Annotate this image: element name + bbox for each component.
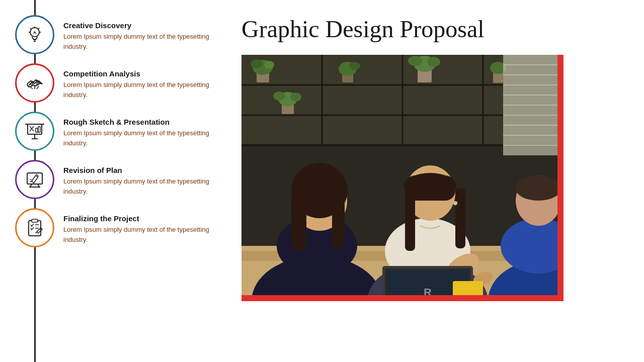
timeline-item-finalizing: Finalizing the Project Lorem Ipsum simpl… [15, 208, 231, 247]
page-title: Graphic Design Proposal [242, 15, 629, 43]
svg-rect-25 [29, 221, 41, 236]
item-text-rough-sketch: Rough Sketch & Presentation Lorem Ipsum … [63, 112, 231, 148]
svg-point-48 [408, 56, 422, 66]
svg-rect-18 [27, 173, 42, 184]
item-title-creative-discovery: Creative Discovery [63, 21, 231, 30]
right-panel: Graphic Design Proposal [231, 0, 644, 362]
svg-rect-93 [557, 55, 564, 301]
handshake-icon [25, 73, 45, 93]
svg-line-4 [30, 28, 31, 29]
item-title-rough-sketch: Rough Sketch & Presentation [63, 118, 231, 126]
svg-point-45 [349, 62, 360, 70]
timeline-item-competition-analysis: Competition Analysis Lorem Ipsum simply … [15, 63, 231, 103]
svg-point-87 [515, 175, 561, 201]
item-text-competition-analysis: Competition Analysis Lorem Ipsum simply … [63, 63, 231, 100]
svg-rect-81 [455, 188, 465, 248]
timeline-items: Creative Discovery Lorem Ipsum simply du… [15, 10, 231, 256]
svg-point-42 [264, 61, 274, 69]
svg-rect-15 [36, 128, 38, 132]
item-text-finalizing: Finalizing the Project Lorem Ipsum simpl… [63, 208, 231, 244]
svg-line-5 [39, 28, 40, 29]
item-text-creative-discovery: Creative Discovery Lorem Ipsum simply du… [63, 15, 231, 51]
lightbulb-icon [25, 25, 45, 45]
svg-point-82 [404, 173, 456, 198]
svg-line-29 [36, 232, 37, 233]
icon-circle-rough-sketch [15, 112, 54, 151]
svg-rect-80 [405, 186, 415, 251]
left-panel: Creative Discovery Lorem Ipsum simply du… [0, 0, 231, 362]
timeline-item-rough-sketch: Rough Sketch & Presentation Lorem Ipsum … [15, 112, 231, 151]
svg-point-49 [427, 57, 440, 67]
svg-rect-26 [32, 219, 38, 222]
office-photo: R [242, 55, 564, 301]
item-desc-rough-sketch: Lorem Ipsum simply dummy text of the typ… [63, 128, 231, 148]
icon-circle-creative-discovery [15, 15, 54, 54]
item-title-competition-analysis: Competition Analysis [63, 69, 231, 78]
item-desc-competition-analysis: Lorem Ipsum simply dummy text of the typ… [63, 80, 231, 100]
checklist-icon [25, 218, 45, 238]
item-text-revision: Revision of Plan Lorem Ipsum simply dumm… [63, 160, 231, 196]
svg-rect-94 [242, 295, 557, 301]
svg-rect-73 [332, 193, 345, 248]
timeline-item-creative-discovery: Creative Discovery Lorem Ipsum simply du… [15, 15, 231, 54]
svg-point-8 [31, 83, 33, 85]
icon-circle-competition-analysis [15, 63, 54, 103]
image-container: R [242, 55, 564, 301]
icon-circle-revision [15, 160, 54, 199]
svg-rect-72 [291, 191, 306, 251]
svg-rect-10 [28, 124, 42, 134]
svg-point-55 [290, 93, 301, 102]
item-desc-finalizing: Lorem Ipsum simply dummy text of the typ… [63, 225, 231, 244]
item-title-finalizing: Finalizing the Project [63, 214, 231, 223]
timeline-item-revision: Revision of Plan Lorem Ipsum simply dumm… [15, 160, 231, 199]
item-desc-revision: Lorem Ipsum simply dummy text of the typ… [63, 176, 231, 196]
item-title-revision: Revision of Plan [63, 166, 231, 174]
svg-point-54 [273, 92, 285, 101]
svg-point-9 [37, 83, 39, 85]
item-desc-creative-discovery: Lorem Ipsum simply dummy text of the typ… [63, 32, 231, 51]
svg-point-41 [251, 59, 263, 68]
svg-rect-16 [38, 127, 40, 132]
icon-circle-finalizing [15, 208, 54, 247]
svg-point-83 [453, 201, 457, 205]
presentation-icon [25, 121, 45, 141]
revision-icon [25, 169, 45, 190]
